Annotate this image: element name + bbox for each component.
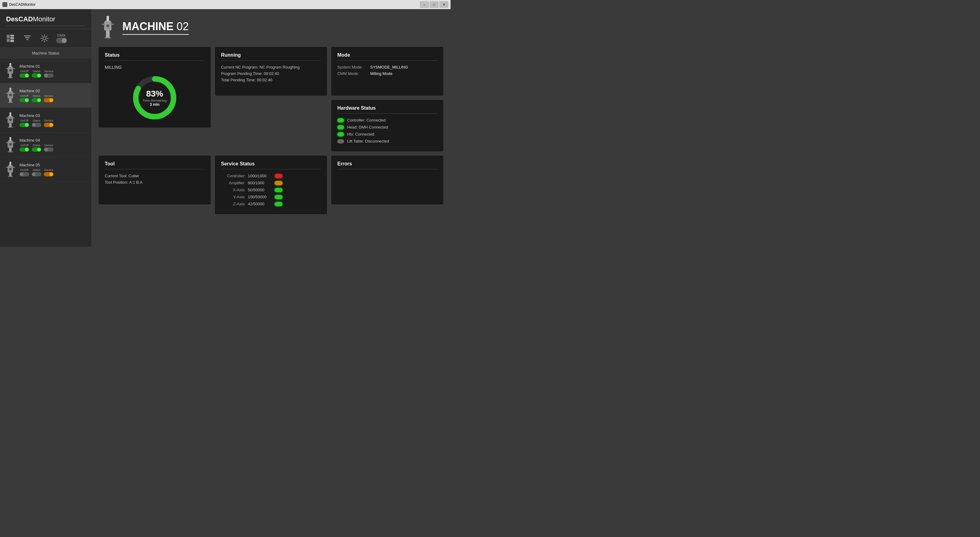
mini-toggle[interactable] (32, 172, 41, 176)
machine-list-item[interactable]: Machine 04On/OffStatusService (0, 132, 91, 157)
machine-list-icon[interactable] (5, 33, 16, 44)
machine-item-toggles: On/OffStatusService (19, 144, 87, 152)
service-row: Controller:1000/1000 (221, 174, 321, 178)
mini-toggle[interactable] (32, 147, 41, 152)
donut-time-label: Time Remaining (143, 99, 167, 102)
donut-time-value: 3 min (143, 102, 167, 107)
machine-item-info: Machine 03On/OffStatusService (19, 113, 87, 127)
machine-item-name: Machine 02 (19, 89, 87, 93)
minimize-button[interactable]: – (420, 2, 429, 8)
service-led (275, 181, 283, 185)
main-content: MACHINE 02 Status MILLING 83% Time Remai… (91, 9, 450, 247)
mini-toggle[interactable] (19, 147, 29, 152)
sidebar-toolbar: DARK (0, 29, 91, 48)
machine-list-item[interactable]: Machine 05On/OffStatusService (0, 157, 91, 182)
service-row: X-Axis:50/50000 (221, 188, 321, 192)
toggle-label: On/Off (21, 94, 28, 97)
hardware-row: Controller: Connected (337, 118, 437, 123)
toggle-label: On/Off (21, 169, 28, 172)
machine-item-toggles: On/OffStatusService (19, 70, 87, 78)
close-button[interactable]: ✕ (440, 2, 448, 8)
mini-toggle[interactable] (32, 98, 41, 102)
current-tool-row: Current Tool: Cutter (105, 174, 205, 178)
mini-toggle[interactable] (44, 123, 54, 127)
hardware-led (337, 125, 344, 129)
titlebar: DesCADMonitor – □ ✕ (0, 0, 450, 9)
service-row: Z-Axis:42/50000 (221, 202, 321, 206)
mini-toggle[interactable] (32, 73, 41, 78)
mini-toggle[interactable] (44, 147, 54, 152)
running-card: Running Current NC Program: NC Program R… (215, 47, 327, 96)
toggle-group-on-off: On/Off (19, 119, 29, 127)
mini-toggle[interactable] (44, 98, 54, 102)
toggle-group-service: Service (44, 169, 54, 176)
machine-item-name: Machine 03 (19, 113, 87, 118)
machine-list: Machine 01On/OffStatusService Machine 02… (0, 59, 91, 247)
machine-list-item[interactable]: Machine 02On/OffStatusService (0, 83, 91, 108)
svg-point-51 (106, 24, 109, 27)
mini-toggle[interactable] (32, 123, 41, 127)
hardware-led (337, 132, 344, 137)
machine-item-toggles: On/OffStatusService (19, 94, 87, 102)
hardware-row: Lift Table: Disconnected (337, 139, 437, 143)
toggle-label: On/Off (21, 144, 28, 147)
svg-point-19 (9, 94, 11, 96)
svg-rect-9 (9, 74, 11, 78)
service-led (275, 174, 283, 178)
svg-rect-52 (102, 24, 105, 25)
svg-rect-4 (10, 40, 14, 42)
machine-item-toggles: On/OffStatusService (19, 169, 87, 176)
svg-rect-44 (6, 167, 8, 168)
svg-point-5 (43, 37, 46, 40)
mini-toggle[interactable] (19, 172, 29, 176)
toggle-label: Service (44, 94, 53, 97)
toggle-group-service: Service (44, 70, 54, 78)
machine-item-icon (4, 62, 16, 80)
app-icon (2, 2, 7, 7)
machine-item-info: Machine 05On/OffStatusService (19, 163, 87, 176)
svg-rect-49 (106, 30, 110, 38)
donut-percent: 83% (143, 89, 167, 99)
toggle-group-status: Status (32, 119, 41, 127)
svg-rect-53 (111, 24, 114, 25)
toggle-group-on-off: On/Off (19, 144, 29, 152)
toggle-group-on-off: On/Off (19, 169, 29, 176)
toggle-label: Status (33, 94, 40, 97)
svg-rect-29 (13, 118, 15, 118)
toggle-label: Service (44, 144, 53, 147)
machine-list-item[interactable]: Machine 03On/OffStatusService (0, 108, 91, 132)
svg-rect-36 (6, 142, 8, 143)
mini-toggle[interactable] (19, 123, 29, 127)
window-controls: – □ ✕ (420, 2, 448, 8)
mini-toggle[interactable] (44, 73, 54, 78)
dashboard-grid: Status MILLING 83% Time Remaining 3 min … (99, 47, 443, 214)
svg-point-11 (9, 69, 11, 72)
svg-rect-38 (10, 162, 11, 166)
machine-item-name: Machine 01 (19, 64, 87, 69)
filter-icon[interactable] (22, 33, 33, 44)
mini-toggle[interactable] (19, 73, 29, 78)
machine-item-icon (4, 111, 16, 129)
hardware-led (337, 118, 344, 123)
mini-toggle[interactable] (44, 172, 54, 176)
dark-mode-toggle[interactable]: DARK (56, 34, 67, 43)
errors-card: Errors (331, 156, 443, 204)
svg-rect-10 (8, 77, 13, 78)
settings-icon[interactable] (39, 33, 50, 44)
hardware-card: Hardware StatusController: ConnectedHead… (331, 100, 443, 151)
machine-item-info: Machine 04On/OffStatusService (19, 138, 87, 152)
toggle-group-status: Status (32, 94, 41, 102)
svg-rect-1 (7, 39, 10, 42)
svg-rect-20 (6, 93, 8, 94)
svg-rect-30 (10, 137, 11, 141)
svg-rect-25 (9, 123, 11, 127)
maximize-button[interactable]: □ (430, 2, 438, 8)
status-value: MILLING (105, 65, 205, 70)
svg-point-27 (9, 118, 11, 121)
machine-header-icon (99, 15, 117, 40)
svg-rect-0 (7, 35, 10, 38)
svg-rect-50 (105, 37, 111, 38)
machine-item-name: Machine 04 (19, 138, 87, 143)
mini-toggle[interactable] (19, 98, 29, 102)
machine-list-item[interactable]: Machine 01On/OffStatusService (0, 59, 91, 83)
